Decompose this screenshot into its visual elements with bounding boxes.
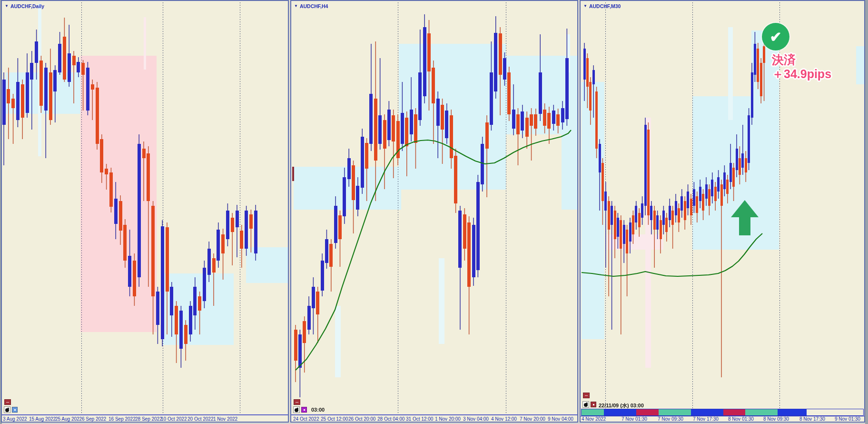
chart-title: AUDCHF,H4 xyxy=(300,3,328,9)
axis-tick: 28 Sep 2022 xyxy=(135,416,162,422)
close-trade-label: 決済 ＋34.9pips xyxy=(772,52,831,81)
axis-tick: 7 Nov 01:30 xyxy=(621,416,647,422)
axis-tick: 3 Aug 2022 xyxy=(3,416,27,422)
time-axis[interactable]: 4 Nov 20227 Nov 01:307 Nov 09:307 Nov 17… xyxy=(581,416,864,423)
pips-value: ＋34.9pips xyxy=(772,67,831,81)
collapse-button[interactable]: – xyxy=(583,393,590,398)
chart-title-bar: ▼ AUDCHF,Daily xyxy=(5,3,44,9)
indicator-square-icon[interactable] xyxy=(301,407,307,413)
chevron-down-icon[interactable]: ▼ xyxy=(294,4,298,8)
axis-tick: 9 Nov 04:00 xyxy=(548,416,573,422)
candle-time-label: 03:00 xyxy=(311,407,325,413)
window-frame-right xyxy=(865,0,868,424)
drawing-object-icon[interactable] xyxy=(293,406,300,413)
chart-window-h4: ▼ AUDCHF,H4 – 03:00 24 Oct 202225 Oct 12… xyxy=(290,0,578,423)
axis-tick: 15 Aug 2022 xyxy=(29,416,56,422)
buy-arrow-icon xyxy=(731,200,759,235)
axis-tick: 24 Oct 2022 xyxy=(293,416,319,422)
chart-window-m30: ▼ AUDCHF,M30 – 22/11/09 (水) 03:00 4 Nov … xyxy=(580,0,865,423)
indicator-square-icon[interactable] xyxy=(12,407,18,413)
profit-check-icon: ✔ xyxy=(762,23,789,50)
axis-tick: 7 Nov 17:30 xyxy=(693,416,719,422)
axis-tick: 1 Nov 2022 xyxy=(213,416,237,422)
axis-tick: 8 Nov 09:30 xyxy=(763,416,789,422)
checkmark-icon: ✔ xyxy=(769,29,781,45)
chart-title: AUDCHF,M30 xyxy=(589,3,621,9)
axis-tick: 3 Nov 04:00 xyxy=(463,416,489,422)
indicator-square-icon[interactable] xyxy=(591,402,596,407)
axis-tick: 7 Nov 20:00 xyxy=(520,416,545,422)
axis-tick: 26 Oct 20:00 xyxy=(348,416,375,422)
axis-tick: 28 Oct 04:00 xyxy=(377,416,404,422)
drawing-object-icon[interactable] xyxy=(582,401,589,408)
mt4-workspace: { "app": {"name": "trading-terminal", "s… xyxy=(0,0,868,424)
close-trade-text: 決済 xyxy=(772,52,831,67)
axis-tick: 4 Nov 12:00 xyxy=(491,416,517,422)
candle-time-label: 22/11/09 (水) 03:00 xyxy=(599,402,644,409)
chart-title-bar: ▼ AUDCHF,M30 xyxy=(583,3,621,9)
axis-tick: 1 Nov 20:00 xyxy=(435,416,461,422)
chart-title-bar: ▼ AUDCHF,H4 xyxy=(294,3,328,9)
chart-window-daily: ▼ AUDCHF,Daily – 3 Aug 202215 Aug 202225… xyxy=(1,0,289,423)
time-axis[interactable]: 3 Aug 202215 Aug 202225 Aug 20226 Sep 20… xyxy=(2,416,288,423)
axis-tick: 9 Nov 01:30 xyxy=(835,416,860,422)
axis-tick: 25 Aug 2022 xyxy=(55,416,82,422)
price-chart-canvas[interactable] xyxy=(2,1,288,416)
axis-tick: 8 Nov 01:30 xyxy=(728,416,754,422)
axis-tick: 25 Oct 12:00 xyxy=(321,416,348,422)
axis-tick: 10 Oct 2022 xyxy=(161,416,187,422)
axis-tick: 16 Sep 2022 xyxy=(108,416,136,422)
collapse-button[interactable]: – xyxy=(4,399,11,405)
drawing-object-icon[interactable] xyxy=(4,406,10,413)
chart-title: AUDCHF,Daily xyxy=(10,3,44,9)
chevron-down-icon[interactable]: ▼ xyxy=(583,4,587,8)
axis-tick: 4 Nov 2022 xyxy=(582,416,606,422)
price-chart-canvas[interactable] xyxy=(291,1,577,416)
axis-tick: 20 Oct 2022 xyxy=(187,416,213,422)
collapse-button[interactable]: – xyxy=(294,399,300,405)
chevron-down-icon[interactable]: ▼ xyxy=(5,4,9,8)
time-axis[interactable]: 24 Oct 202225 Oct 12:0026 Oct 20:0028 Oc… xyxy=(291,416,577,423)
axis-tick: 7 Nov 09:30 xyxy=(658,416,683,422)
axis-tick: 6 Sep 2022 xyxy=(82,416,106,422)
axis-tick: 31 Oct 12:00 xyxy=(406,416,433,422)
axis-tick: 8 Nov 17:30 xyxy=(799,416,825,422)
